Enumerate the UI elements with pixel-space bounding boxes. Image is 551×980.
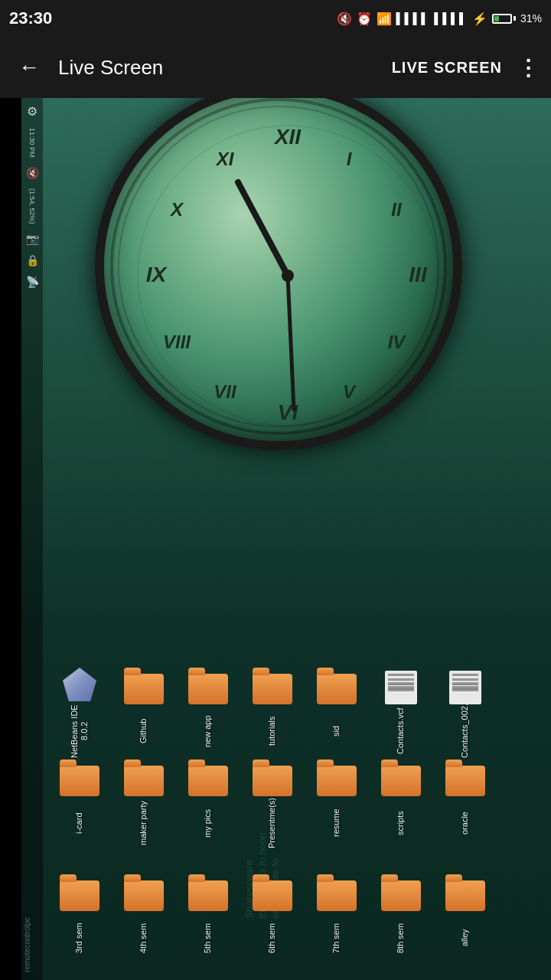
settings-icon[interactable]: ⚙ [27,104,37,119]
folder-icon [381,880,421,911]
folder-icon [60,766,99,796]
clock-area: XII III VI IX I II IV V VII VIII [95,98,478,466]
netbeans-icon [63,668,96,701]
list-item[interactable]: NetBeans IDE 8.0.2 [48,668,111,758]
list-item[interactable]: scripts [370,766,432,850]
svg-text:III: III [409,263,428,286]
alarm-icon: ⏰ [357,11,372,26]
battery-indicator [492,14,516,24]
list-item[interactable]: my pics [177,766,240,850]
svg-text:VII: VII [214,381,237,402]
main-content: ⚙ 11:30 PM 🔇 (1:54, 52%) 📷 🔒 📡 XII III V… [21,98,551,980]
svg-text:VIII: VIII [163,332,191,352]
svg-text:VI: VI [278,400,299,424]
svg-text:I: I [347,149,353,169]
back-button[interactable]: ← [12,49,46,86]
wifi-icon: 📶 [377,11,392,26]
list-item[interactable]: sid [305,674,368,758]
list-item[interactable]: 7th sem [305,880,368,965]
list-item[interactable]: i-card [48,766,111,850]
folder-icon [124,674,164,704]
folder-icon [445,880,485,911]
folder-icon [60,880,99,911]
clock-face: XII III VI IX I II IV V VII VIII [95,98,462,450]
file-label: my pics [203,796,213,850]
battery-percent: 31% [520,12,542,24]
list-item[interactable]: new app [177,674,240,758]
folder-icon [188,674,228,704]
file-label: new app [203,704,213,758]
svg-line-13 [238,182,288,276]
list-item[interactable]: resume [305,766,368,850]
list-item[interactable]: alley [434,880,497,965]
svg-line-14 [288,276,294,410]
battery-fill [494,16,499,21]
file-label: Presentme(s) [267,796,277,850]
file-label: 8th sem [396,911,406,965]
files-row-1: NetBeans IDE 8.0.2 Github new app tutori… [48,668,497,758]
mute-icon: 🔇 [337,11,352,26]
list-item[interactable]: 8th sem [370,880,432,965]
svg-point-15 [282,270,294,282]
svg-text:IV: IV [388,332,407,352]
battery-tip [514,16,516,21]
lock-icon[interactable]: 🔒 [26,254,39,266]
list-item[interactable]: Contacts_002.vcf [434,671,497,758]
file-label: 5th sem [203,911,213,965]
file-label: NetBeans IDE 8.0.2 [70,704,90,758]
files-row-2: i-card maker party my pics Presentme(s) … [48,766,497,850]
folder-icon [124,766,164,796]
list-item[interactable]: oracle [434,766,497,850]
file-label: tutorials [267,704,277,758]
signal2-icon: ▌▌▌▌ [434,12,468,24]
left-sidebar: ⚙ 11:30 PM 🔇 (1:54, 52%) 📷 🔒 📡 [21,98,43,980]
svg-text:II: II [391,199,403,220]
file-label: resume [331,796,341,850]
list-item[interactable]: 3rd sem [48,880,111,965]
volume-icon[interactable]: 🔇 [26,167,39,179]
file-label: 7th sem [331,911,341,965]
folder-icon [253,766,292,796]
file-label: Contacts_002.vcf [460,704,470,758]
status-time: 23:30 [9,8,52,28]
list-item[interactable]: Contacts.vcf [370,671,432,758]
folder-icon [253,880,292,911]
folder-icon [188,766,228,796]
more-menu-button[interactable]: ⋮ [517,55,539,80]
list-item[interactable]: 4th sem [112,880,175,965]
svg-text:XII: XII [273,125,302,149]
folder-icon [381,766,421,796]
battery-body [492,14,512,24]
file-label: maker party [139,796,148,850]
file-label: 4th sem [139,911,148,965]
folder-icon [124,880,164,911]
svg-text:IX: IX [146,263,168,286]
file-label: alley [460,911,470,965]
wifi-sidebar-icon[interactable]: 📡 [26,276,39,288]
folder-icon [317,880,357,911]
app-title: Live Screen [58,56,392,80]
svg-text:X: X [169,199,184,220]
file-label: oracle [460,796,470,850]
folder-icon [445,766,485,796]
list-item[interactable]: maker party [112,766,175,850]
bolt-icon: ⚡ [472,11,487,26]
file-label: i-card [74,796,84,850]
list-item[interactable]: Presentme(s) [241,766,304,850]
folder-icon [188,880,228,911]
file-label: 3rd sem [74,911,84,965]
list-item[interactable]: Github [112,674,175,758]
folder-icon [317,674,357,704]
svg-point-12 [138,126,438,426]
file-label: Github [139,704,148,758]
screenshot-icon[interactable]: 📷 [26,233,39,245]
app-bar: ← Live Screen LIVE SCREEN ⋮ [0,37,551,98]
doc-icon [449,671,481,704]
file-label: 6th sem [267,911,277,965]
list-item[interactable]: 6th sem [241,880,304,965]
live-screen-button[interactable]: LIVE SCREEN [392,59,502,77]
list-item[interactable]: tutorials [241,674,304,758]
time-display: 11:30 PM [28,128,36,158]
doc-icon [385,671,417,704]
list-item[interactable]: 5th sem [177,880,240,965]
